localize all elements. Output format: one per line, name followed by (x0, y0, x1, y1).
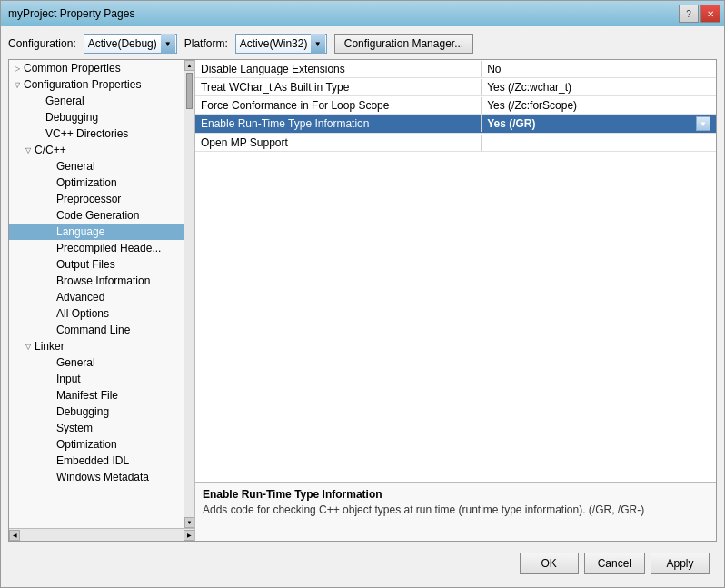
sidebar-item-preprocessor[interactable]: Preprocessor (9, 191, 184, 207)
prop-dropdown-rtti[interactable]: ▼ (696, 116, 710, 131)
window-title: myProject Property Pages (8, 7, 134, 20)
sidebar-item-common-props[interactable]: ▷Common Properties (9, 60, 184, 76)
sidebar-bottom: ◀ ▶ (9, 528, 194, 541)
sidebar-label-manifest-file: Manifest File (56, 389, 118, 402)
sidebar-item-linker-opt[interactable]: Optimization (9, 436, 184, 453)
prop-name-openmp: Open MP Support (195, 135, 482, 151)
platform-label: Platform: (184, 37, 228, 50)
sidebar-label-cmd-line: Command Line (56, 324, 130, 336)
prop-row-openmp[interactable]: Open MP Support (195, 134, 716, 152)
config-row: Configuration: Active(Debug) ▼ Platform:… (8, 34, 717, 54)
prop-name-disable-lang: Disable Language Extensions (195, 61, 482, 77)
sidebar-label-language: Language (56, 225, 104, 238)
prop-row-disable-lang[interactable]: Disable Language ExtensionsNo (195, 60, 716, 78)
prop-value-text-rtti: Yes (/GR) (487, 117, 535, 130)
prop-value-disable-lang: No (482, 61, 716, 77)
sidebar-tree: ▷Common Properties▽Configuration Propert… (9, 60, 184, 528)
sidebar-label-optimization: Optimization (56, 176, 117, 189)
scroll-left-btn[interactable]: ◀ (9, 530, 20, 541)
sidebar-item-debugging[interactable]: Debugging (9, 109, 184, 125)
prop-value-text-disable-lang: No (487, 63, 501, 75)
sidebar-label-output-files: Output Files (56, 258, 115, 271)
h-scrollbar: ◀ ▶ (9, 528, 194, 541)
sidebar-item-win-meta[interactable]: Windows Metadata (9, 469, 184, 485)
sidebar-label-vc-dirs: VC++ Directories (45, 127, 128, 140)
config-manager-button[interactable]: Configuration Manager... (334, 34, 473, 54)
sidebar-item-advanced[interactable]: Advanced (9, 289, 184, 305)
prop-row-for-loop[interactable]: Force Conformance in For Loop ScopeYes (… (195, 96, 716, 115)
sidebar-item-system[interactable]: System (9, 420, 184, 436)
sidebar-item-linker-input[interactable]: Input (9, 371, 184, 387)
sidebar-item-all-options[interactable]: All Options (9, 305, 184, 322)
sidebar-label-win-meta: Windows Metadata (56, 471, 149, 483)
sidebar-item-precompiled[interactable]: Precompiled Heade... (9, 240, 184, 256)
main-area: ▷Common Properties▽Configuration Propert… (8, 59, 717, 542)
description-title: Enable Run-Time Type Information (203, 488, 709, 501)
content-area: Disable Language ExtensionsNoTreat WChar… (195, 60, 716, 541)
scroll-down-btn[interactable]: ▼ (184, 517, 194, 528)
sidebar-item-linker-debug[interactable]: Debugging (9, 404, 184, 420)
sidebar: ▷Common Properties▽Configuration Propert… (9, 60, 195, 541)
help-button[interactable]: ? (679, 5, 699, 23)
config-select[interactable]: Active(Debug) (84, 34, 177, 54)
properties-table: Disable Language ExtensionsNoTreat WChar… (195, 60, 716, 482)
title-bar-controls: ? ✕ (679, 5, 720, 23)
sidebar-label-common-props: Common Properties (24, 62, 121, 75)
sidebar-item-linker-general[interactable]: General (9, 354, 184, 371)
sidebar-item-browse-info[interactable]: Browse Information (9, 273, 184, 289)
sidebar-item-output-files[interactable]: Output Files (9, 256, 184, 273)
prop-value-text-wchar: Yes (/Zc:wchar_t) (487, 81, 571, 94)
scroll-up-btn[interactable]: ▲ (184, 60, 194, 71)
expand-icon-cpp[interactable]: ▽ (24, 145, 33, 154)
sidebar-label-linker-input: Input (56, 373, 81, 385)
sidebar-item-general[interactable]: General (9, 93, 184, 109)
prop-name-for-loop: Force Conformance in For Loop Scope (195, 97, 482, 114)
sidebar-item-embedded-idl[interactable]: Embedded IDL (9, 453, 184, 469)
sidebar-label-system: System (56, 422, 93, 434)
sidebar-label-linker-opt: Optimization (56, 438, 117, 451)
sidebar-label-linker: Linker (35, 340, 65, 353)
sidebar-label-general: General (45, 95, 84, 107)
expand-icon-config-props[interactable]: ▽ (13, 80, 22, 89)
prop-row-rtti[interactable]: Enable Run-Time Type InformationYes (/GR… (195, 115, 716, 134)
prop-value-openmp (482, 141, 716, 145)
close-button[interactable]: ✕ (700, 5, 720, 23)
sidebar-item-manifest-file[interactable]: Manifest File (9, 387, 184, 404)
platform-select[interactable]: Active(Win32) (235, 34, 327, 54)
sidebar-item-config-props[interactable]: ▽Configuration Properties (9, 76, 184, 93)
sidebar-item-linker[interactable]: ▽Linker (9, 338, 184, 354)
expand-icon-common-props[interactable]: ▷ (13, 64, 22, 73)
sidebar-label-advanced: Advanced (56, 291, 104, 304)
cancel-button[interactable]: Cancel (584, 553, 645, 574)
h-scroll-track (20, 529, 184, 541)
config-select-wrapper[interactable]: Active(Debug) ▼ (84, 34, 177, 54)
ok-button[interactable]: OK (520, 553, 579, 574)
prop-name-wchar: Treat WChar_t As Built in Type (195, 79, 482, 95)
apply-button[interactable]: Apply (651, 553, 710, 574)
bottom-bar: OK Cancel Apply (8, 547, 717, 580)
scroll-thumb[interactable] (186, 73, 193, 109)
sidebar-label-config-props: Configuration Properties (24, 78, 141, 91)
prop-row-wchar[interactable]: Treat WChar_t As Built in TypeYes (/Zc:w… (195, 78, 716, 96)
sidebar-label-code-gen: Code Generation (56, 209, 139, 222)
description-text: Adds code for checking C++ object types … (203, 503, 709, 516)
prop-value-rtti: Yes (/GR)▼ (482, 115, 716, 133)
sidebar-item-cmd-line[interactable]: Command Line (9, 322, 184, 338)
window-content: Configuration: Active(Debug) ▼ Platform:… (1, 26, 724, 587)
sidebar-item-cpp-general[interactable]: General (9, 158, 184, 174)
prop-value-for-loop: Yes (/Zc:forScope) (482, 97, 716, 114)
sidebar-scrollbar: ▲ ▼ (184, 60, 194, 528)
platform-select-wrapper[interactable]: Active(Win32) ▼ (235, 34, 327, 54)
sidebar-item-cpp[interactable]: ▽C/C++ (9, 142, 184, 158)
prop-name-rtti: Enable Run-Time Type Information (195, 115, 482, 132)
property-pages-window: myProject Property Pages ? ✕ Configurati… (0, 0, 725, 588)
expand-icon-linker[interactable]: ▽ (24, 342, 33, 351)
sidebar-item-language[interactable]: Language (9, 224, 184, 240)
sidebar-item-optimization[interactable]: Optimization (9, 174, 184, 191)
sidebar-label-cpp-general: General (56, 160, 95, 173)
sidebar-item-vc-dirs[interactable]: VC++ Directories (9, 125, 184, 142)
sidebar-item-code-gen[interactable]: Code Generation (9, 207, 184, 224)
config-label: Configuration: (8, 37, 76, 50)
scroll-right-btn[interactable]: ▶ (184, 530, 194, 541)
prop-value-wchar: Yes (/Zc:wchar_t) (482, 79, 716, 95)
